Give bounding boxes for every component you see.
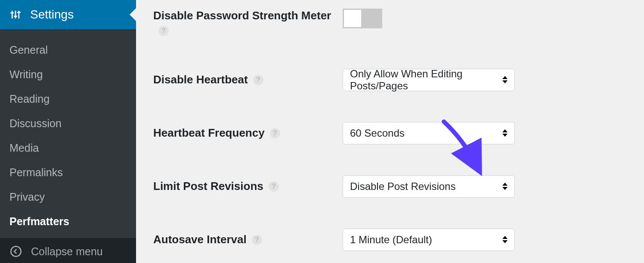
sidebar-item-media[interactable]: Media — [0, 136, 136, 160]
help-icon[interactable]: ? — [252, 235, 262, 245]
setting-row-disable-heartbeat: Disable Heartbeat ? Only Allow When Edit… — [153, 69, 627, 91]
setting-label: Heartbeat Frequency ? — [153, 126, 343, 141]
svg-rect-1 — [15, 11, 16, 18]
select-value: Disable Post Revisions — [350, 180, 455, 193]
collapse-menu-label: Collapse menu — [31, 245, 103, 258]
svg-rect-0 — [12, 11, 13, 18]
setting-label-text: Disable Heartbeat — [153, 73, 248, 87]
sidebar-submenu: General Writing Reading Discussion Media… — [0, 29, 136, 238]
setting-label-text: Autosave Interval — [153, 232, 247, 247]
svg-rect-4 — [14, 16, 17, 17]
setting-row-autosave-interval: Autosave Interval ? 1 Minute (Default) — [153, 229, 627, 251]
sidebar-item-discussion[interactable]: Discussion — [0, 111, 136, 136]
disable-password-meter-toggle[interactable] — [343, 9, 382, 28]
sliders-icon — [9, 9, 22, 21]
svg-point-6 — [11, 246, 21, 256]
sidebar-item-reading[interactable]: Reading — [0, 87, 136, 111]
svg-rect-5 — [17, 12, 21, 13]
sidebar-item-writing[interactable]: Writing — [0, 62, 136, 87]
help-icon[interactable]: ? — [158, 26, 169, 36]
chevron-updown-icon — [502, 236, 508, 243]
select-value: 1 Minute (Default) — [350, 234, 432, 246]
chevron-updown-icon — [502, 183, 508, 190]
setting-label: Autosave Interval ? — [153, 232, 343, 247]
heartbeat-frequency-select[interactable]: 60 Seconds — [343, 122, 515, 144]
sidebar-menu-settings[interactable]: Settings — [0, 0, 136, 29]
sidebar-item-general[interactable]: General — [0, 38, 136, 62]
autosave-interval-select[interactable]: 1 Minute (Default) — [343, 229, 515, 251]
sidebar-menu-settings-label: Settings — [30, 8, 74, 21]
setting-row-heartbeat-frequency: Heartbeat Frequency ? 60 Seconds — [153, 122, 627, 144]
limit-post-revisions-select[interactable]: Disable Post Revisions — [343, 175, 515, 198]
collapse-icon — [9, 245, 22, 258]
svg-rect-3 — [10, 12, 14, 14]
setting-row-limit-post-revisions: Limit Post Revisions ? Disable Post Revi… — [153, 175, 627, 198]
disable-heartbeat-select[interactable]: Only Allow When Editing Posts/Pages — [343, 69, 515, 91]
setting-row-password-meter: Disable Password Strength Meter ? — [153, 9, 627, 38]
chevron-updown-icon — [502, 129, 508, 137]
sidebar-item-privacy[interactable]: Privacy — [0, 185, 136, 209]
help-icon[interactable]: ? — [269, 181, 279, 192]
setting-label: Limit Post Revisions ? — [153, 179, 343, 194]
setting-label: Disable Password Strength Meter ? — [153, 9, 343, 38]
settings-panel: Disable Password Strength Meter ? Disabl… — [136, 0, 644, 263]
sidebar-item-permalinks[interactable]: Permalinks — [0, 160, 136, 185]
help-icon[interactable]: ? — [253, 75, 263, 85]
setting-label: Disable Heartbeat ? — [153, 73, 343, 87]
select-value: 60 Seconds — [350, 127, 405, 139]
setting-label-text: Limit Post Revisions — [153, 179, 263, 194]
toggle-knob — [344, 10, 361, 27]
chevron-updown-icon — [502, 76, 508, 83]
collapse-menu-button[interactable]: Collapse menu — [0, 238, 136, 263]
setting-label-text: Heartbeat Frequency — [153, 126, 265, 141]
help-icon[interactable]: ? — [270, 128, 280, 138]
sidebar-item-perfmatters[interactable]: Perfmatters — [0, 209, 136, 234]
admin-sidebar: Settings General Writing Reading Discuss… — [0, 0, 136, 263]
setting-label-text: Disable Password Strength Meter — [153, 9, 331, 22]
select-value: Only Allow When Editing Posts/Pages — [350, 68, 502, 92]
